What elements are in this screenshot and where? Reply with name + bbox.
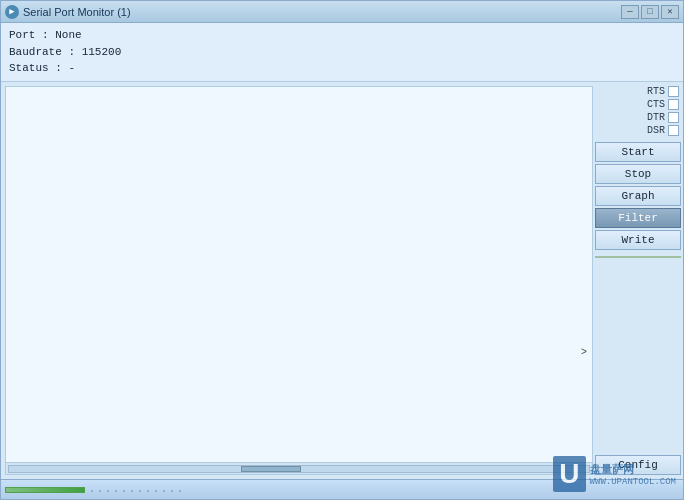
arrow-icon[interactable]: > — [581, 347, 587, 358]
status-label: Status — [9, 62, 49, 74]
info-bar: Port : None Baudrate : 115200 Status : - — [1, 23, 683, 82]
status-value: - — [68, 62, 75, 74]
watermark-text: 盘量萨网 WWW.UPANTOOL.COM — [590, 462, 676, 487]
port-separator: : — [42, 29, 55, 41]
watermark: U 盘量萨网 WWW.UPANTOOL.COM — [553, 456, 676, 492]
start-button[interactable]: Start — [595, 142, 681, 162]
stop-button[interactable]: Stop — [595, 164, 681, 184]
title-bar-left: ▶ Serial Port Monitor (1) — [5, 5, 131, 19]
rts-checkbox[interactable] — [668, 86, 679, 97]
status-line: Status : - — [9, 60, 675, 77]
watermark-icon: U — [553, 456, 585, 492]
graph-button[interactable]: Graph — [595, 186, 681, 206]
filter-button[interactable]: Filter — [595, 208, 681, 228]
port-label: Port — [9, 29, 35, 41]
cts-label: CTS — [647, 99, 665, 110]
window-title: Serial Port Monitor (1) — [23, 6, 131, 18]
write-button[interactable]: Write — [595, 230, 681, 250]
right-scroll-area[interactable] — [595, 256, 681, 258]
window-controls: ─ □ ✕ — [621, 5, 679, 19]
title-bar: ▶ Serial Port Monitor (1) ─ □ ✕ — [1, 1, 683, 23]
baudrate-line: Baudrate : 115200 — [9, 44, 675, 61]
dots-indicator: ............ — [89, 484, 185, 495]
right-panel: RTS CTS DTR DSR Start Stop Gra — [593, 82, 683, 480]
cts-checkbox[interactable] — [668, 99, 679, 110]
dsr-checkbox[interactable] — [668, 125, 679, 136]
maximize-button[interactable]: □ — [641, 5, 659, 19]
monitor-area — [5, 86, 593, 476]
scrollbar-thumb[interactable] — [241, 466, 301, 472]
main-area: RTS CTS DTR DSR Start Stop Gra — [1, 82, 683, 480]
rts-label: RTS — [647, 86, 665, 97]
checkboxes-area: RTS CTS DTR DSR — [595, 86, 681, 136]
minimize-button[interactable]: ─ — [621, 5, 639, 19]
close-button[interactable]: ✕ — [661, 5, 679, 19]
baudrate-separator: : — [68, 46, 81, 58]
green-indicator — [5, 487, 85, 493]
baudrate-value: 115200 — [82, 46, 122, 58]
main-window: ▶ Serial Port Monitor (1) ─ □ ✕ Port : N… — [0, 0, 684, 500]
dtr-row: DTR — [595, 112, 681, 123]
dsr-row: DSR — [595, 125, 681, 136]
dtr-checkbox[interactable] — [668, 112, 679, 123]
scrollbar-track[interactable] — [8, 465, 590, 473]
status-separator: : — [55, 62, 68, 74]
rts-row: RTS — [595, 86, 681, 97]
port-line: Port : None — [9, 27, 675, 44]
port-value: None — [55, 29, 81, 41]
scroll-section: > — [595, 254, 681, 452]
app-icon: ▶ — [5, 5, 19, 19]
horizontal-scrollbar[interactable] — [6, 462, 592, 474]
cts-row: CTS — [595, 99, 681, 110]
baudrate-label: Baudrate — [9, 46, 62, 58]
dsr-label: DSR — [647, 125, 665, 136]
dtr-label: DTR — [647, 112, 665, 123]
monitor-content — [6, 87, 592, 463]
